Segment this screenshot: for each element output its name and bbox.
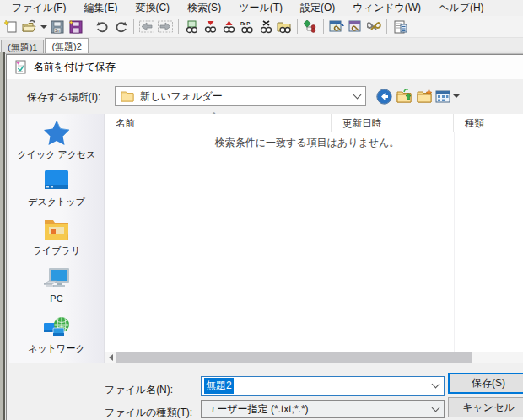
file-name-input[interactable]: 無題2 xyxy=(201,376,445,396)
redo-button[interactable] xyxy=(111,18,130,36)
horizontal-scrollbar[interactable] xyxy=(105,352,523,363)
menu-search[interactable]: 検索(S) xyxy=(179,0,230,17)
location-label: 保存する場所(I): xyxy=(27,90,100,105)
save-button[interactable]: 保存(S) xyxy=(448,373,523,394)
up-folder-icon xyxy=(396,89,412,104)
sidebar-item-label: PC xyxy=(50,293,62,304)
sidebar-item-desktop[interactable]: デスクトップ xyxy=(9,168,104,217)
scroll-left-icon xyxy=(109,354,113,361)
column-header-date-modified[interactable]: 更新日時 xyxy=(332,114,454,132)
scrollbar-thumb[interactable] xyxy=(116,352,472,363)
toolbar-separator xyxy=(89,19,89,34)
save-icon: Sn xyxy=(51,20,64,34)
new-file-button[interactable] xyxy=(2,18,20,36)
menu-file[interactable]: ファイル(F) xyxy=(3,0,75,17)
jump-forward-button[interactable] xyxy=(156,18,175,36)
sidebar-item-pc[interactable]: PC xyxy=(9,266,104,315)
open-file-button[interactable] xyxy=(20,18,39,36)
location-row: 保存する場所(I): 新しいフォルダー xyxy=(7,79,523,111)
sidebar-item-label: デスクトップ xyxy=(28,196,85,208)
menu-help[interactable]: ヘルプ(H) xyxy=(430,0,493,17)
menu-window[interactable]: ウィンドウ(W) xyxy=(344,0,430,17)
menu-tools[interactable]: ツール(T) xyxy=(230,0,292,17)
cancel-button[interactable]: キャンセル xyxy=(448,397,523,417)
svg-text:R▸P: R▸P xyxy=(240,21,250,26)
replace-button[interactable]: R▸P xyxy=(238,18,256,36)
jump-back-button[interactable] xyxy=(137,18,156,36)
open-file-dropdown[interactable] xyxy=(39,18,48,36)
tools-button[interactable] xyxy=(364,18,383,36)
tab-untitled-1[interactable]: (無題)1 xyxy=(1,40,44,53)
common-settings-icon xyxy=(348,19,364,34)
sidebar-item-libraries[interactable]: ライブラリ xyxy=(9,217,104,266)
replace-icon: R▸P xyxy=(240,20,255,34)
back-button[interactable] xyxy=(375,86,393,106)
find-next-icon xyxy=(203,20,218,34)
clear-find-button[interactable] xyxy=(256,18,275,36)
outline-button[interactable] xyxy=(391,18,409,36)
save-all-icon xyxy=(69,20,83,34)
tab-untitled-2[interactable]: (無題)2 xyxy=(45,38,88,53)
grep-icon xyxy=(277,20,292,34)
find-next-button[interactable] xyxy=(201,18,219,36)
column-label: 種類 xyxy=(465,117,484,130)
jump-forward-icon xyxy=(158,20,173,33)
tools-icon xyxy=(367,20,381,34)
grep-button[interactable] xyxy=(275,18,294,36)
toolbar-separator xyxy=(133,19,134,34)
view-menu-button[interactable] xyxy=(434,86,461,106)
column-gridline xyxy=(454,132,455,352)
network-icon xyxy=(42,315,71,340)
open-file-icon xyxy=(22,19,37,34)
dialog-titlebar: 名前を付けて保存 xyxy=(7,55,523,79)
sidebar-item-quick-access[interactable]: クイック アクセス xyxy=(9,119,104,168)
jump-back-icon xyxy=(139,20,154,33)
empty-folder-message: 検索条件に一致する項目はありません。 xyxy=(105,136,510,150)
chevron-down-icon[interactable] xyxy=(432,380,440,389)
find-icon xyxy=(185,20,199,34)
folder-icon xyxy=(121,91,134,102)
common-settings-button[interactable] xyxy=(346,18,364,36)
view-menu-dropdown-icon xyxy=(453,94,460,98)
view-menu-icon xyxy=(435,90,450,103)
redo-icon xyxy=(114,20,128,33)
document-icon xyxy=(14,60,27,74)
toolbar-separator xyxy=(178,19,179,34)
location-combobox[interactable]: 新しいフォルダー xyxy=(115,86,366,106)
save-all-button[interactable] xyxy=(67,18,85,36)
menu-settings[interactable]: 設定(O) xyxy=(292,0,344,17)
file-name-label: ファイル名(N): xyxy=(105,383,173,397)
sidebar-item-network[interactable]: ネットワーク xyxy=(9,315,104,363)
macro-tree-icon xyxy=(304,20,317,34)
open-dropdown-icon xyxy=(40,25,47,29)
file-list-header: 名前 ˆ 更新日時 種類 xyxy=(105,114,523,132)
scroll-left-button[interactable] xyxy=(105,352,116,363)
find-prev-icon xyxy=(222,20,236,34)
undo-icon xyxy=(95,20,110,33)
desktop-icon xyxy=(42,168,71,193)
chevron-down-icon[interactable] xyxy=(353,90,362,99)
find-prev-button[interactable] xyxy=(219,18,238,36)
toolbar: Sn xyxy=(0,16,523,38)
menu-convert[interactable]: 変換(C) xyxy=(127,0,179,17)
column-label: 名前 xyxy=(116,117,135,130)
find-button[interactable] xyxy=(182,18,201,36)
undo-button[interactable] xyxy=(93,18,111,36)
up-one-level-button[interactable] xyxy=(395,86,413,106)
file-name-value: 無題2 xyxy=(204,378,234,394)
places-sidebar: クイック アクセス デスクトップ ライブラリ xyxy=(9,114,104,363)
column-header-name[interactable]: 名前 ˆ xyxy=(105,114,332,132)
macro-tree-button[interactable] xyxy=(301,18,320,36)
type-settings-button[interactable] xyxy=(327,18,346,36)
column-header-type[interactable]: 種類 xyxy=(454,114,523,132)
menu-edit[interactable]: 編集(E) xyxy=(75,0,127,17)
new-folder-button[interactable] xyxy=(415,86,434,106)
file-type-dropdown[interactable]: ユーザー指定 (*.txt;*.*) xyxy=(201,400,445,418)
save-button-toolbar[interactable]: Sn xyxy=(48,18,67,36)
quick-access-icon xyxy=(42,119,71,146)
tab-bar: (無題)1 (無題)2 xyxy=(0,38,523,54)
chevron-down-icon xyxy=(432,403,440,412)
new-folder-icon xyxy=(417,89,433,104)
clear-find-icon xyxy=(259,20,273,34)
column-gridline xyxy=(332,132,332,352)
